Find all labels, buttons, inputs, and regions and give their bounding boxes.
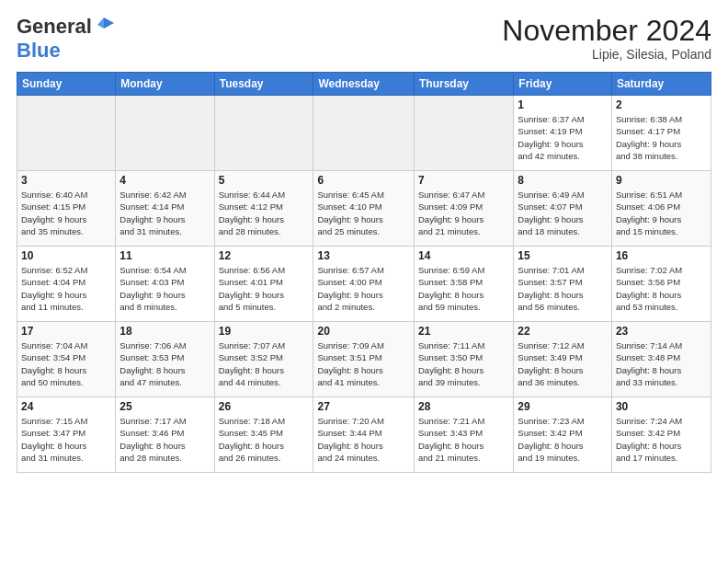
day-number: 13	[317, 249, 410, 262]
calendar-cell: 28Sunrise: 7:21 AM Sunset: 3:43 PM Dayli…	[415, 397, 514, 473]
day-number: 8	[518, 174, 608, 187]
day-info: Sunrise: 6:59 AM Sunset: 3:58 PM Dayligh…	[418, 264, 509, 313]
day-number: 1	[518, 98, 608, 111]
day-number: 3	[21, 174, 111, 187]
day-number: 20	[317, 325, 410, 338]
calendar-cell: 13Sunrise: 6:57 AM Sunset: 4:00 PM Dayli…	[313, 247, 415, 322]
calendar-cell: 11Sunrise: 6:54 AM Sunset: 4:03 PM Dayli…	[116, 247, 214, 322]
calendar-cell: 30Sunrise: 7:24 AM Sunset: 3:42 PM Dayli…	[611, 397, 711, 473]
calendar-cell: 26Sunrise: 7:18 AM Sunset: 3:45 PM Dayli…	[214, 397, 313, 473]
day-info: Sunrise: 7:12 AM Sunset: 3:49 PM Dayligh…	[518, 339, 608, 388]
day-number: 12	[219, 249, 310, 262]
day-info: Sunrise: 7:09 AM Sunset: 3:51 PM Dayligh…	[317, 339, 410, 388]
header: General Blue November 2024 Lipie, Silesi…	[17, 15, 711, 63]
calendar-table: Sunday Monday Tuesday Wednesday Thursday…	[17, 72, 711, 473]
day-info: Sunrise: 6:40 AM Sunset: 4:15 PM Dayligh…	[21, 189, 111, 237]
logo-blue-text: Blue	[17, 39, 61, 62]
calendar-cell: 5Sunrise: 6:44 AM Sunset: 4:12 PM Daylig…	[214, 171, 313, 247]
day-number: 17	[21, 325, 111, 338]
calendar-cell	[313, 96, 415, 171]
title-area: November 2024 Lipie, Silesia, Poland	[502, 15, 711, 62]
header-friday: Friday	[514, 73, 612, 96]
day-info: Sunrise: 7:06 AM Sunset: 3:53 PM Dayligh…	[119, 339, 210, 388]
calendar-cell: 3Sunrise: 6:40 AM Sunset: 4:15 PM Daylig…	[17, 171, 116, 247]
day-number: 16	[616, 249, 707, 262]
calendar-cell: 16Sunrise: 7:02 AM Sunset: 3:56 PM Dayli…	[611, 247, 711, 322]
calendar-cell	[415, 96, 514, 171]
day-info: Sunrise: 7:20 AM Sunset: 3:44 PM Dayligh…	[317, 415, 410, 464]
day-number: 4	[119, 174, 210, 187]
day-info: Sunrise: 7:14 AM Sunset: 3:48 PM Dayligh…	[616, 339, 707, 388]
calendar-cell: 9Sunrise: 6:51 AM Sunset: 4:06 PM Daylig…	[611, 171, 711, 247]
calendar-cell: 4Sunrise: 6:42 AM Sunset: 4:14 PM Daylig…	[116, 171, 214, 247]
day-number: 2	[616, 98, 707, 111]
calendar-cell: 12Sunrise: 6:56 AM Sunset: 4:01 PM Dayli…	[214, 247, 313, 322]
day-info: Sunrise: 7:02 AM Sunset: 3:56 PM Dayligh…	[616, 264, 707, 313]
calendar-cell: 19Sunrise: 7:07 AM Sunset: 3:52 PM Dayli…	[214, 322, 313, 397]
day-number: 11	[119, 249, 210, 262]
day-info: Sunrise: 7:04 AM Sunset: 3:54 PM Dayligh…	[21, 339, 111, 388]
day-info: Sunrise: 7:11 AM Sunset: 3:50 PM Dayligh…	[418, 339, 509, 388]
header-wednesday: Wednesday	[313, 73, 415, 96]
calendar-cell: 7Sunrise: 6:47 AM Sunset: 4:09 PM Daylig…	[415, 171, 514, 247]
day-info: Sunrise: 6:42 AM Sunset: 4:14 PM Dayligh…	[119, 189, 210, 237]
day-number: 24	[21, 400, 111, 413]
week-row-4: 17Sunrise: 7:04 AM Sunset: 3:54 PM Dayli…	[17, 322, 711, 397]
month-title: November 2024	[502, 15, 711, 47]
day-info: Sunrise: 7:23 AM Sunset: 3:42 PM Dayligh…	[518, 415, 608, 464]
calendar-cell	[17, 96, 116, 171]
day-number: 18	[119, 325, 210, 338]
calendar-cell: 25Sunrise: 7:17 AM Sunset: 3:46 PM Dayli…	[116, 397, 214, 473]
svg-marker-0	[104, 17, 114, 29]
day-info: Sunrise: 6:45 AM Sunset: 4:10 PM Dayligh…	[317, 189, 410, 237]
day-number: 27	[317, 400, 410, 413]
day-info: Sunrise: 7:18 AM Sunset: 3:45 PM Dayligh…	[219, 415, 310, 464]
day-number: 28	[418, 400, 509, 413]
day-info: Sunrise: 6:54 AM Sunset: 4:03 PM Dayligh…	[119, 264, 210, 313]
day-info: Sunrise: 6:44 AM Sunset: 4:12 PM Dayligh…	[219, 189, 310, 237]
header-sunday: Sunday	[17, 73, 116, 96]
day-number: 22	[518, 325, 608, 338]
week-row-1: 1Sunrise: 6:37 AM Sunset: 4:19 PM Daylig…	[17, 96, 711, 171]
day-number: 29	[518, 400, 608, 413]
day-number: 25	[119, 400, 210, 413]
day-info: Sunrise: 7:15 AM Sunset: 3:47 PM Dayligh…	[21, 415, 111, 464]
calendar-cell: 17Sunrise: 7:04 AM Sunset: 3:54 PM Dayli…	[17, 322, 116, 397]
calendar-cell: 8Sunrise: 6:49 AM Sunset: 4:07 PM Daylig…	[514, 171, 612, 247]
header-monday: Monday	[116, 73, 214, 96]
day-info: Sunrise: 7:07 AM Sunset: 3:52 PM Dayligh…	[219, 339, 310, 388]
calendar-cell: 18Sunrise: 7:06 AM Sunset: 3:53 PM Dayli…	[116, 322, 214, 397]
day-number: 26	[219, 400, 310, 413]
day-number: 19	[219, 325, 310, 338]
day-info: Sunrise: 6:47 AM Sunset: 4:09 PM Dayligh…	[418, 189, 509, 237]
calendar-cell: 10Sunrise: 6:52 AM Sunset: 4:04 PM Dayli…	[17, 247, 116, 322]
day-info: Sunrise: 6:56 AM Sunset: 4:01 PM Dayligh…	[219, 264, 310, 313]
day-info: Sunrise: 7:17 AM Sunset: 3:46 PM Dayligh…	[119, 415, 210, 464]
calendar-cell: 21Sunrise: 7:11 AM Sunset: 3:50 PM Dayli…	[415, 322, 514, 397]
week-row-2: 3Sunrise: 6:40 AM Sunset: 4:15 PM Daylig…	[17, 171, 711, 247]
week-row-3: 10Sunrise: 6:52 AM Sunset: 4:04 PM Dayli…	[17, 247, 711, 322]
calendar-cell: 22Sunrise: 7:12 AM Sunset: 3:49 PM Dayli…	[514, 322, 612, 397]
day-info: Sunrise: 6:51 AM Sunset: 4:06 PM Dayligh…	[616, 189, 707, 237]
day-number: 14	[418, 249, 509, 262]
calendar-cell	[214, 96, 313, 171]
day-number: 9	[616, 174, 707, 187]
day-info: Sunrise: 6:37 AM Sunset: 4:19 PM Dayligh…	[518, 113, 608, 162]
week-row-5: 24Sunrise: 7:15 AM Sunset: 3:47 PM Dayli…	[17, 397, 711, 473]
day-info: Sunrise: 7:01 AM Sunset: 3:57 PM Dayligh…	[518, 264, 608, 313]
day-number: 23	[616, 325, 707, 338]
location-subtitle: Lipie, Silesia, Poland	[502, 47, 711, 62]
logo: General Blue	[17, 15, 114, 63]
day-info: Sunrise: 6:49 AM Sunset: 4:07 PM Dayligh…	[518, 189, 608, 237]
page: General Blue November 2024 Lipie, Silesi…	[0, 0, 728, 482]
day-number: 10	[21, 249, 111, 262]
logo-general-text: General	[17, 15, 92, 39]
calendar-cell: 2Sunrise: 6:38 AM Sunset: 4:17 PM Daylig…	[611, 96, 711, 171]
weekday-header-row: Sunday Monday Tuesday Wednesday Thursday…	[17, 73, 711, 96]
day-number: 15	[518, 249, 608, 262]
calendar-cell: 27Sunrise: 7:20 AM Sunset: 3:44 PM Dayli…	[313, 397, 415, 473]
calendar-cell: 6Sunrise: 6:45 AM Sunset: 4:10 PM Daylig…	[313, 171, 415, 247]
day-info: Sunrise: 7:21 AM Sunset: 3:43 PM Dayligh…	[418, 415, 509, 464]
header-saturday: Saturday	[611, 73, 711, 96]
day-number: 6	[317, 174, 410, 187]
